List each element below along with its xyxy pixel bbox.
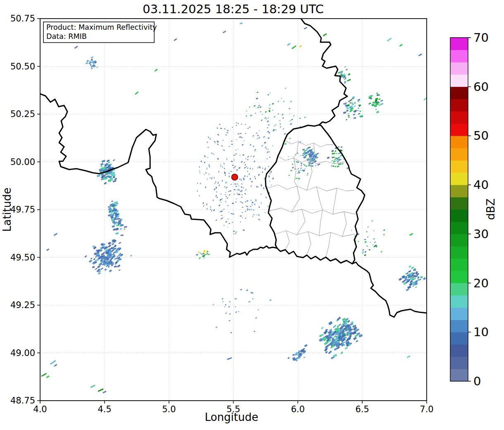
y-tick-label: 48.75	[10, 396, 35, 406]
x-tick-label: 7.0	[420, 404, 433, 414]
y-tick-label: 49.25	[10, 300, 35, 310]
colorbar-tick-label: 70	[473, 31, 489, 45]
y-tick-label: 50.75	[10, 14, 35, 24]
colorbar-tick-label: 60	[473, 80, 489, 94]
colorbar-segment	[450, 356, 468, 369]
annotation-product-line: Product: Maximum Reflectivity	[46, 23, 157, 31]
colorbar-segment	[450, 283, 468, 295]
x-tick-label: 4.0	[33, 404, 47, 414]
y-tick-label: 49.75	[10, 205, 35, 215]
colorbar-segment	[450, 246, 468, 258]
colorbar-segment	[450, 258, 468, 271]
colorbar-segment	[450, 344, 468, 357]
colorbar-segment	[450, 308, 468, 320]
colorbar-segment	[450, 148, 468, 160]
colorbar-segment	[450, 270, 468, 283]
colorbar-segment	[450, 38, 468, 50]
colorbar-tick-label: 50	[473, 129, 489, 143]
colorbar-tick-label: 20	[473, 276, 489, 290]
y-tick-label: 50.00	[10, 157, 35, 167]
annotation-data-line: Data: RMIB	[46, 32, 87, 41]
colorbar-segment	[450, 222, 468, 234]
colorbar-segment	[450, 332, 468, 344]
colorbar-segment	[450, 62, 468, 74]
product-annotation-box: Product: Maximum Reflectivity Data: RMIB	[43, 22, 157, 43]
radar-figure: 4.04.55.05.56.06.57.0 48.7549.0049.2549.…	[0, 0, 504, 430]
radar-site-dot	[232, 174, 238, 180]
colorbar-tick-label: 10	[473, 325, 489, 339]
colorbar-tick-label: 0	[473, 374, 481, 388]
colorbar-segment	[450, 369, 468, 381]
x-tick-label: 6.0	[291, 404, 305, 414]
colorbar-segment	[450, 234, 468, 246]
y-tick-label: 50.25	[10, 109, 35, 119]
y-tick-label: 49.50	[10, 253, 35, 263]
x-axis-label: Longitude	[205, 411, 258, 423]
y-tick-label: 50.50	[10, 62, 35, 72]
colorbar-segment	[450, 50, 468, 62]
colorbar-label: dBZ	[485, 198, 497, 220]
colorbar-segment	[450, 86, 468, 99]
colorbar-segment	[450, 295, 468, 308]
x-tick-label: 6.5	[355, 404, 369, 414]
colorbar-segment	[450, 99, 468, 111]
colorbar-segment	[450, 123, 468, 136]
colorbar-segment	[450, 160, 468, 172]
plot-title: 03.11.2025 18:25 - 18:29 UTC	[143, 2, 324, 16]
colorbar-tick-label: 40	[473, 178, 489, 192]
colorbar-tick-label: 30	[473, 227, 489, 241]
colorbar-segment	[450, 74, 468, 87]
x-tick-label: 4.5	[98, 404, 111, 414]
colorbar-segment	[450, 209, 468, 222]
y-tick-label: 49.00	[10, 348, 35, 358]
radar-map-svg: 4.04.55.05.56.06.57.0 48.7549.0049.2549.…	[0, 0, 504, 430]
y-axis-ticks: 48.7549.0049.2549.5049.7550.0050.2550.50…	[10, 14, 40, 406]
x-tick-label: 5.0	[162, 404, 176, 414]
colorbar-segment	[450, 320, 468, 332]
colorbar-segment	[450, 111, 468, 124]
y-axis-label: Latitude	[1, 187, 13, 232]
radar-site-marker	[232, 174, 238, 180]
colorbar-segment	[450, 172, 468, 185]
colorbar-segment	[450, 136, 468, 148]
colorbar-segment	[450, 197, 468, 209]
colorbar-segment	[450, 185, 468, 197]
colorbar: 010203040506070	[450, 31, 489, 388]
